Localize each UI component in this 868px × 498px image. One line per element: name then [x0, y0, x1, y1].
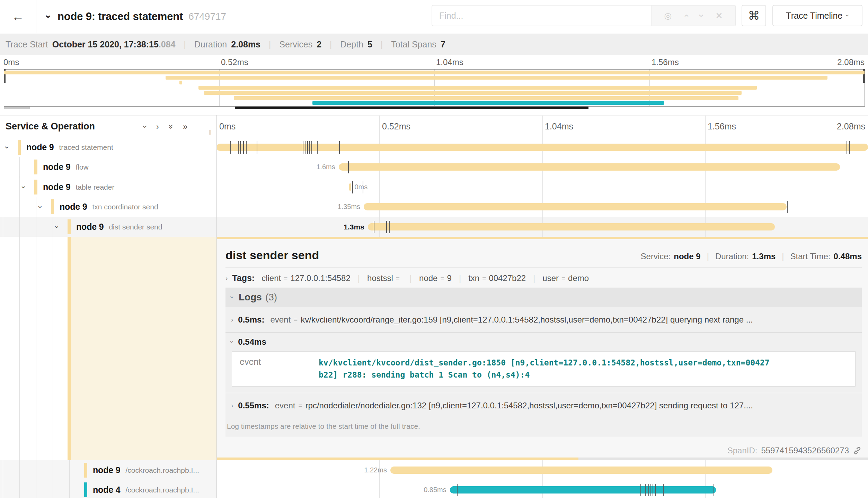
depth-label: Depth: [340, 39, 363, 49]
log-entry-row[interactable]: › 0.5ms: event = kv/kvclient/kvcoord/ran…: [231, 307, 856, 332]
minimap-tick-3: 1.56ms: [652, 57, 679, 67]
service-name: node 9: [93, 465, 120, 475]
span-row[interactable]: node 9flow1.6ms: [0, 157, 868, 177]
expand-all-icon[interactable]: »: [183, 122, 187, 132]
command-icon: ⌘: [748, 9, 760, 22]
duration-value: 1.3ms: [752, 252, 776, 261]
span-bar[interactable]: [450, 486, 716, 494]
collapse-all-icon[interactable]: »: [166, 124, 176, 129]
minimap-tick-0: 0ms: [3, 57, 19, 67]
trace-start-ms-suffix: .084: [159, 39, 176, 49]
collapse-one-icon[interactable]: ›: [140, 125, 150, 128]
find-bar: ◎ › › ✕: [432, 5, 736, 26]
span-bar[interactable]: [368, 223, 775, 230]
span-row[interactable]: node 4/cockroach.roachpb.I...0.85ms: [0, 480, 868, 498]
span-link-icon[interactable]: [853, 446, 862, 455]
prev-result-icon[interactable]: ›: [681, 14, 691, 17]
tags-row[interactable]: › Tags: client=127.0.0.1:54582 | hostssl…: [216, 268, 868, 283]
span-row[interactable]: ›node 9dist sender send1.3ms: [0, 217, 868, 237]
keyboard-shortcuts-button[interactable]: ⌘: [742, 5, 766, 26]
log-entry-expanded: › 0.54ms event kv/kvclient/kvcoord/dist_…: [225, 332, 862, 387]
view-selector-dropdown[interactable]: Trace Timeline ›: [772, 5, 862, 26]
ruler-tick-2: 1.04ms: [545, 116, 573, 137]
trace-summary-bar: Trace Start October 15 2020, 17:38:15.08…: [0, 34, 868, 55]
span-row[interactable]: ›node 9traced statement: [0, 137, 868, 157]
expand-chevron-icon[interactable]: ›: [19, 186, 28, 188]
ruler-tick-1: 0.52ms: [382, 116, 410, 137]
indent-guide: [53, 460, 53, 480]
indent-guide: [19, 197, 20, 217]
equals: =: [561, 274, 565, 282]
back-arrow-icon: ←: [12, 9, 24, 24]
span-color-indicator: [34, 160, 37, 174]
clear-find-icon[interactable]: ✕: [715, 11, 723, 21]
expand-chevron-icon[interactable]: ›: [52, 226, 61, 228]
service-name: node 9: [43, 162, 70, 172]
log-marker-tick: [663, 484, 664, 496]
log-entry-row[interactable]: › 0.54ms: [231, 333, 856, 351]
span-name-cell[interactable]: ›node 9traced statement: [0, 137, 216, 157]
indent-guide: [3, 197, 3, 217]
log-marker-tick: [645, 484, 646, 496]
span-row[interactable]: node 9/cockroach.roachpb.I...1.22ms: [0, 460, 868, 480]
column-resize-handle[interactable]: ‖: [209, 129, 212, 136]
back-button[interactable]: ←: [0, 0, 36, 33]
expand-caret-icon: ›: [225, 274, 228, 282]
span-detail-panel: dist sender send Service:node 9 | Durati…: [216, 237, 868, 460]
span-bar[interactable]: [364, 203, 787, 210]
expand-caret-icon: ›: [231, 316, 233, 324]
minimap-tick-4: 2.08ms: [837, 57, 865, 67]
equals: =: [298, 402, 302, 409]
services-label: Services: [279, 39, 312, 49]
log-marker-tick: [849, 141, 850, 154]
span-name-cell[interactable]: node 4/cockroach.roachpb.I...: [0, 480, 216, 498]
span-bar[interactable]: [339, 163, 840, 171]
service-name: node 9: [76, 222, 104, 232]
span-name-cell[interactable]: ›node 9dist sender send: [0, 217, 216, 237]
minimap-span-bar: [4, 71, 865, 74]
locate-icon[interactable]: ◎: [664, 11, 672, 21]
tag-value: demo: [568, 273, 589, 283]
trace-collapse-chevron-icon[interactable]: ›: [43, 15, 55, 18]
span-name-cell[interactable]: node 9flow: [0, 157, 216, 177]
indent-guide: [19, 217, 20, 237]
span-name-cell[interactable]: ›node 9txn coordinator send: [0, 197, 216, 217]
span-name-cell[interactable]: node 9/cockroach.roachpb.I...: [0, 460, 216, 480]
log-entry-row[interactable]: › 0.55ms: event = rpc/nodedialer/nodedia…: [231, 393, 856, 418]
span-row[interactable]: ›node 9txn coordinator send1.35ms: [0, 197, 868, 217]
expand-chevron-icon[interactable]: ›: [36, 206, 45, 208]
operation-name: traced statement: [59, 143, 113, 152]
minimap-span-bar: [179, 81, 182, 84]
log-marker-tick: [348, 161, 349, 173]
operation-name: dist sender send: [109, 223, 162, 231]
service-name: node 4: [93, 485, 120, 495]
trace-start-value: October 15 2020, 17:38:15: [52, 39, 159, 49]
separator: |: [184, 39, 186, 49]
expand-chevron-icon[interactable]: ›: [2, 146, 11, 148]
log-marker-tick: [389, 221, 390, 233]
log-marker-tick: [240, 141, 241, 154]
minimap-scroll-indicator[interactable]: [235, 107, 588, 109]
span-bar[interactable]: [349, 183, 351, 191]
minimap-canvas[interactable]: [4, 69, 865, 107]
logs-header[interactable]: › Logs (3): [225, 288, 862, 307]
minimap-span-bar: [166, 76, 827, 80]
log-field-value: rpc/nodedialer/nodedialer.go:132 [n9,cli…: [305, 401, 753, 410]
next-result-icon[interactable]: ›: [696, 14, 706, 17]
expand-one-icon[interactable]: ›: [156, 122, 159, 132]
log-marker-tick: [653, 484, 653, 496]
span-bar[interactable]: [216, 144, 868, 151]
operation-name: /cockroach.roachpb.I...: [125, 466, 199, 474]
find-controls: ◎ › › ✕: [651, 6, 735, 26]
span-bar[interactable]: [390, 467, 772, 474]
equals: =: [294, 316, 298, 324]
find-input[interactable]: [432, 6, 651, 26]
log-marker-tick: [243, 141, 244, 154]
log-marker-tick: [238, 141, 239, 154]
column-divider[interactable]: [216, 115, 217, 498]
span-row[interactable]: ›node 9table reader0ms: [0, 177, 868, 197]
span-name-cell[interactable]: ›node 9table reader: [0, 177, 216, 197]
log-marker-tick: [655, 484, 656, 496]
detail-span-title: dist sender send: [225, 248, 319, 262]
separator: |: [330, 39, 332, 49]
